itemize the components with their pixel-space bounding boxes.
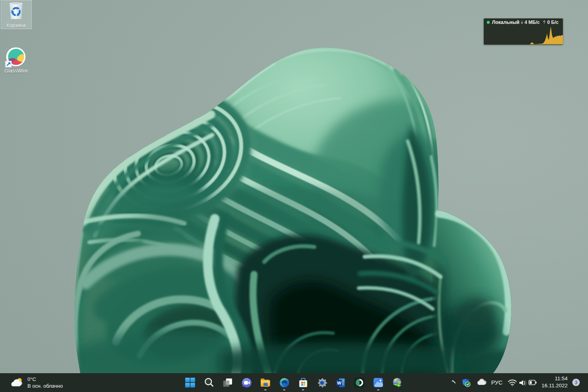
svg-text:4 МБ/с: 4 МБ/с [524,20,540,25]
svg-text:Локальный: Локальный [492,20,519,25]
svg-text:11:54: 11:54 [555,376,568,381]
svg-text:РУС: РУС [491,379,503,386]
svg-text:16.11.2022: 16.11.2022 [541,383,568,388]
svg-text:W: W [337,381,341,385]
svg-text:3: 3 [575,380,577,385]
svg-text:0 Б/с: 0 Б/с [547,20,559,25]
